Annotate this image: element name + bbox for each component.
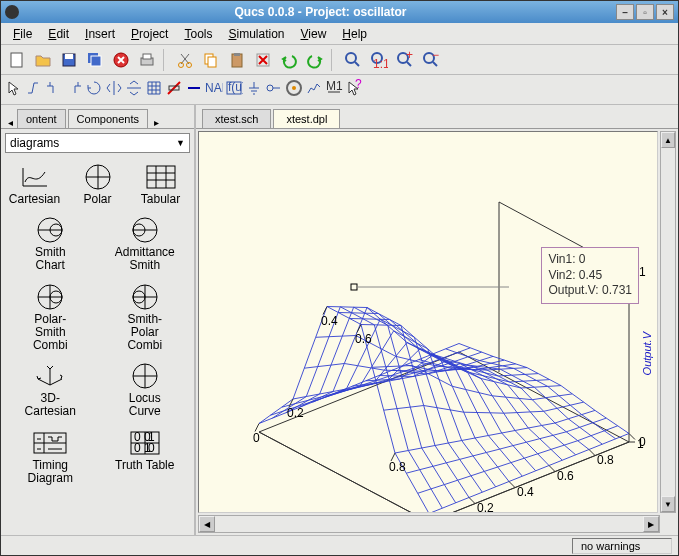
cut-icon[interactable]	[173, 48, 197, 72]
tabs-scroll-left[interactable]: ◂	[3, 117, 17, 128]
new-icon[interactable]	[5, 48, 29, 72]
save-icon[interactable]	[57, 48, 81, 72]
close-button[interactable]: ×	[656, 4, 674, 20]
window-title: Qucs 0.0.8 - Project: oscillator	[25, 5, 616, 19]
toolbar-components: NAME f(u) M1 ?	[1, 75, 678, 105]
marker-icon[interactable]: M1	[325, 79, 343, 100]
tool2-icon[interactable]	[25, 79, 43, 100]
tab-components[interactable]: Components	[68, 109, 148, 128]
close-doc-icon[interactable]	[109, 48, 133, 72]
scroll-left-icon[interactable]: ◀	[199, 516, 215, 532]
name-label-icon[interactable]: NAME	[205, 81, 223, 98]
svg-text:0.4: 0.4	[321, 314, 338, 328]
save-all-icon[interactable]	[83, 48, 107, 72]
diagram-locus[interactable]: Locus Curve	[114, 362, 176, 418]
minimize-button[interactable]: –	[616, 4, 634, 20]
menu-edit[interactable]: Edit	[40, 25, 77, 43]
diagram-polarsmith[interactable]: Polar-Smith Combi	[19, 283, 81, 353]
mirror-v-icon[interactable]	[125, 79, 143, 100]
surface-plot: 0 1	[199, 132, 658, 513]
left-panel: ◂ ontent Components ▸ diagrams ▼ Cartesi…	[1, 105, 196, 535]
help-icon[interactable]: ?	[345, 79, 363, 100]
port-icon[interactable]	[265, 79, 283, 100]
diagram-cartesian[interactable]: Cartesian	[4, 163, 66, 206]
svg-point-26	[267, 85, 273, 91]
axis-label-vin1: Vin1	[549, 510, 571, 513]
print-icon[interactable]	[135, 48, 159, 72]
copy-icon[interactable]	[199, 48, 223, 72]
rotate-icon[interactable]	[85, 79, 103, 100]
menu-view[interactable]: View	[293, 25, 335, 43]
horizontal-scrollbar[interactable]: ◀ ▶	[198, 515, 660, 533]
svg-rect-0	[11, 53, 22, 67]
redo-icon[interactable]	[303, 48, 327, 72]
diagram-3d-cartesian[interactable]: 3D-Cartesian	[19, 362, 81, 418]
statusbar: no warnings	[1, 535, 678, 555]
equation-icon[interactable]: f(u)	[225, 79, 243, 100]
diagram-admittance[interactable]: Admittance Smith	[114, 216, 176, 272]
svg-point-15	[346, 53, 356, 63]
svg-text:0.8: 0.8	[389, 460, 406, 474]
zoom-out-icon[interactable]: −	[419, 48, 443, 72]
diagram-polar[interactable]: Polar	[67, 163, 129, 206]
zoom-fit-icon[interactable]	[341, 48, 365, 72]
menu-insert[interactable]: Insert	[77, 25, 123, 43]
menu-project[interactable]: Project	[123, 25, 176, 43]
svg-text:f(u): f(u)	[228, 80, 243, 94]
svg-rect-13	[234, 53, 240, 56]
tab-content[interactable]: ontent	[17, 109, 66, 128]
paste-icon[interactable]	[225, 48, 249, 72]
deactivate-icon[interactable]	[165, 79, 183, 100]
diagram-truth[interactable]: 0 00 110Truth Table	[114, 429, 176, 485]
svg-text:1:1: 1:1	[373, 57, 388, 69]
tool3-icon[interactable]	[45, 79, 63, 100]
maximize-button[interactable]: ▫	[636, 4, 654, 20]
tab-xtest-sch[interactable]: xtest.sch	[202, 109, 271, 128]
svg-point-28	[292, 86, 296, 90]
svg-rect-2	[65, 54, 73, 59]
svg-rect-50	[351, 284, 357, 290]
svg-rect-7	[143, 54, 151, 59]
menu-tools[interactable]: Tools	[176, 25, 220, 43]
svg-text:0.6: 0.6	[355, 332, 372, 346]
tabs-scroll-right[interactable]: ▸	[150, 117, 164, 128]
scroll-up-icon[interactable]: ▲	[661, 132, 675, 148]
app-icon	[5, 5, 19, 19]
tool4-icon[interactable]	[65, 79, 83, 100]
menubar: File Edit Insert Project Tools Simulatio…	[1, 23, 678, 45]
svg-text:M1: M1	[326, 79, 343, 93]
ground-icon[interactable]	[245, 79, 263, 100]
zoom-in-icon[interactable]: +	[393, 48, 417, 72]
diagram-smithpolar[interactable]: Smith-Polar Combi	[114, 283, 176, 353]
diagram-list: Cartesian Polar Tabular Smith Chart Admi…	[1, 157, 194, 535]
menu-simulation[interactable]: Simulation	[220, 25, 292, 43]
svg-text:0.2: 0.2	[477, 501, 494, 514]
view-data-icon[interactable]	[305, 79, 323, 100]
category-combo[interactable]: diagrams ▼	[5, 133, 190, 153]
vertical-scrollbar[interactable]: ▲ ▼	[660, 131, 676, 513]
open-icon[interactable]	[31, 48, 55, 72]
select-icon[interactable]	[5, 79, 23, 100]
zoom-1-1-icon[interactable]: 1:1	[367, 48, 391, 72]
menu-help[interactable]: Help	[334, 25, 375, 43]
diagram-timing[interactable]: Timing Diagram	[19, 429, 81, 485]
grid-icon[interactable]	[145, 79, 163, 100]
menu-file[interactable]: File	[5, 25, 40, 43]
simulate-icon[interactable]	[285, 79, 303, 100]
diagram-tabular[interactable]: Tabular	[130, 163, 192, 206]
scroll-down-icon[interactable]: ▼	[661, 496, 675, 512]
svg-rect-4	[91, 56, 101, 66]
scroll-right-icon[interactable]: ▶	[643, 516, 659, 532]
svg-text:−: −	[432, 51, 439, 62]
delete-icon[interactable]	[251, 48, 275, 72]
tab-xtest-dpl[interactable]: xtest.dpl	[273, 109, 340, 128]
mirror-h-icon[interactable]	[105, 79, 123, 100]
plot-canvas[interactable]: 0 1	[198, 131, 658, 513]
undo-icon[interactable]	[277, 48, 301, 72]
diagram-smith[interactable]: Smith Chart	[19, 216, 81, 272]
chevron-down-icon: ▼	[176, 138, 185, 148]
svg-text:+: +	[406, 51, 413, 62]
svg-text:1: 1	[639, 265, 646, 279]
wire-icon[interactable]	[185, 79, 203, 100]
toolbar-main: 1:1 + −	[1, 45, 678, 75]
